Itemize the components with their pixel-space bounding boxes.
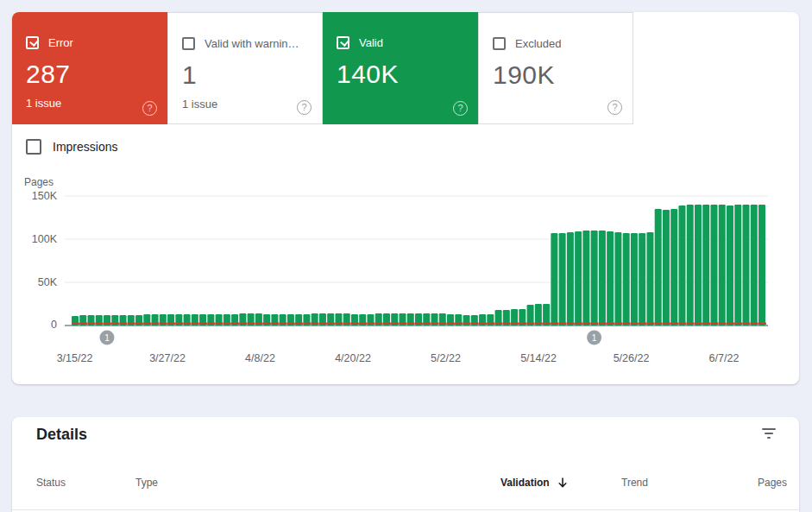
status-card-valid-with-warnings[interactable]: Valid with warnin… 1 1 issue: [167, 12, 323, 124]
svg-text:5/14/22: 5/14/22: [520, 352, 557, 364]
help-icon[interactable]: [453, 101, 468, 116]
status-card-error[interactable]: Error 287 1 issue: [12, 12, 167, 124]
index-coverage-report: Error 287 1 issue Valid with warnin… 1 1…: [0, 0, 812, 512]
details-title: Details: [36, 426, 87, 444]
impressions-toggle[interactable]: Impressions: [26, 139, 117, 155]
svg-text:1: 1: [592, 333, 597, 343]
column-header-label: Validation: [500, 477, 550, 489]
help-icon[interactable]: [607, 100, 622, 115]
checkbox-checked-icon[interactable]: [337, 36, 349, 49]
chart-y-axis-title: Pages: [24, 176, 54, 188]
checkbox-checked-icon[interactable]: [26, 36, 39, 49]
svg-text:150K: 150K: [32, 190, 58, 202]
status-card-excluded[interactable]: Excluded 190K: [478, 12, 633, 124]
column-header-pages[interactable]: Pages: [737, 477, 787, 489]
column-header-validation[interactable]: Validation: [500, 477, 569, 489]
status-card-label: Excluded: [515, 37, 561, 50]
svg-text:3/15/22: 3/15/22: [57, 352, 93, 364]
pages-bar-chart[interactable]: 150K100K50K03/15/223/27/224/8/224/20/225…: [12, 190, 799, 376]
svg-text:4/8/22: 4/8/22: [245, 352, 275, 364]
status-card-label: Valid: [359, 36, 383, 49]
help-icon[interactable]: [297, 100, 312, 115]
svg-text:6/7/22: 6/7/22: [709, 352, 740, 364]
checkbox-unchecked-icon[interactable]: [182, 37, 195, 50]
status-cards-row: Error 287 1 issue Valid with warnin… 1 1…: [12, 12, 799, 124]
column-header-status[interactable]: Status: [36, 477, 66, 489]
sort-descending-icon: [557, 477, 569, 489]
status-card-label: Error: [48, 36, 73, 49]
status-card-value: 140K: [337, 60, 464, 89]
status-card-subtext: 1 issue: [26, 97, 154, 110]
details-panel: Details Status Type Validation Trend Pag…: [12, 417, 799, 512]
filter-list-icon[interactable]: [762, 428, 776, 440]
status-card-label: Valid with warnin…: [205, 37, 299, 50]
impressions-label: Impressions: [53, 140, 117, 154]
svg-text:5/2/22: 5/2/22: [431, 352, 461, 364]
table-header-divider: [12, 509, 799, 510]
svg-text:1: 1: [104, 333, 110, 343]
status-card-valid[interactable]: Valid 140K: [323, 12, 478, 124]
svg-text:4/20/22: 4/20/22: [335, 352, 371, 364]
checkbox-unchecked-icon[interactable]: [26, 139, 41, 155]
svg-text:3/27/22: 3/27/22: [149, 352, 186, 364]
status-card-value: 1: [182, 60, 308, 90]
help-icon[interactable]: [142, 101, 157, 116]
checkbox-unchecked-icon[interactable]: [493, 37, 506, 50]
coverage-summary-panel: Error 287 1 issue Valid with warnin… 1 1…: [12, 12, 799, 384]
svg-text:50K: 50K: [38, 276, 58, 288]
svg-text:5/26/22: 5/26/22: [614, 352, 650, 364]
status-card-value: 287: [26, 60, 154, 89]
column-header-type[interactable]: Type: [135, 477, 158, 489]
svg-text:100K: 100K: [32, 233, 58, 245]
svg-text:0: 0: [51, 319, 57, 331]
status-card-subtext: 1 issue: [182, 98, 308, 111]
status-card-value: 190K: [493, 60, 619, 90]
column-header-trend[interactable]: Trend: [621, 477, 648, 489]
